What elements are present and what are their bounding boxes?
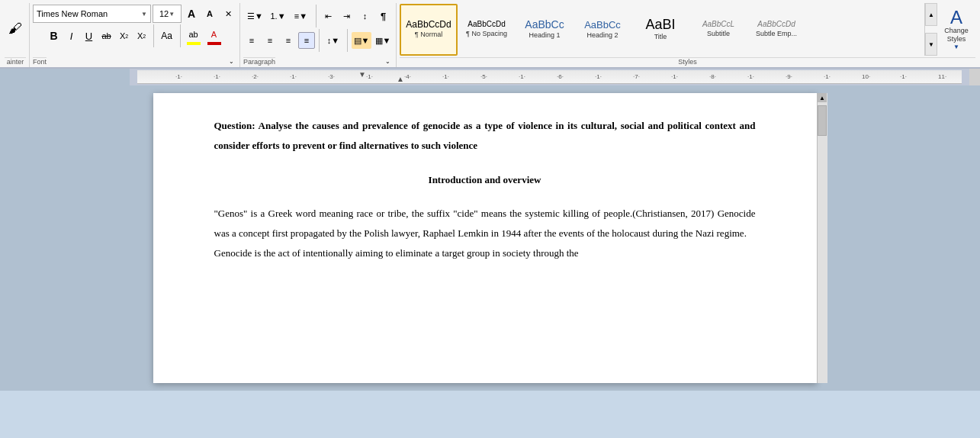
style-title-preview: AaBI [645,18,675,31]
style-heading2[interactable]: AaBbCc Heading 2 [574,4,631,56]
sep3 [316,5,316,27]
styles-group: AaBbCcDd ¶ Normal AaBbCcDd ¶ No Spacing … [397,3,978,67]
vertical-scrollbar[interactable]: ▲ [817,93,827,383]
style-subtle-emp-label: Subtle Emp... [756,30,797,38]
superscript-button[interactable]: X2 [133,27,150,44]
document-heading: Introduction and overview [214,171,756,188]
document-content: Question: Analyse the causes and prevale… [214,116,756,263]
font-grow-button[interactable]: A [183,5,200,22]
document-paragraph1: "Genos" is a Greek word meaning race or … [214,204,756,243]
svg-text:·4·: ·4· [404,73,411,80]
style-title[interactable]: AaBI Title [631,4,689,56]
styles-group-label: Styles [400,57,975,67]
font-name-selector[interactable]: Times New Roman ▼ [33,5,151,23]
sep4 [319,29,320,52]
underline-button[interactable]: U [81,27,98,44]
svg-text:·1·: ·1· [519,73,525,80]
scroll-thumb[interactable] [818,105,827,136]
svg-text:10·: 10· [862,73,870,80]
svg-text:·1·: ·1· [442,73,449,80]
svg-text:·9·: ·9· [786,73,792,80]
svg-text:·6·: ·6· [557,73,564,80]
font-shrink-button[interactable]: A [201,5,218,22]
svg-text:·1·: ·1· [175,73,182,80]
font-color-button[interactable]: A [204,27,224,41]
increase-indent-button[interactable]: ⇥ [339,8,355,24]
document-page[interactable]: Question: Analyse the causes and prevale… [153,93,817,383]
style-subtle-emp-preview: AaBbCcDd [757,21,795,28]
multilevel-list-button[interactable]: ≡▼ [291,8,312,24]
align-center-button[interactable]: ≡ [262,32,278,49]
svg-text:·1·: ·1· [900,73,907,80]
styles-scroll-up-button[interactable]: ▲ [925,3,937,26]
font-group-label: Font [33,57,47,67]
line-spacing-button[interactable]: ↕▼ [323,32,343,49]
style-subtitle-label: Subtitle [707,30,730,38]
style-normal-label: ¶ Normal [415,31,442,39]
font-expand-button[interactable]: ⌄ [226,56,236,67]
style-normal-preview: AaBbCcDd [406,20,451,29]
bold-button[interactable]: B [46,27,63,44]
highlight-color-bar [187,42,201,45]
style-normal[interactable]: AaBbCcDd ¶ Normal [400,4,458,56]
change-styles-arrow: ▼ [953,43,959,50]
style-heading1-label: Heading 1 [529,31,560,40]
document-container: Question: Analyse the causes and prevale… [0,85,980,391]
ribbon-main: 🖌 ainter Times New Roman ▼ 12 ▼ A [0,0,980,69]
align-right-button[interactable]: ≡ [280,32,297,49]
style-heading2-label: Heading 2 [586,31,618,40]
paragraph-group: ☰▼ 1.▼ ≡▼ ⇤ ⇥ ↕ ¶ ≡ ≡ ≡ ≡ ↕▼ [240,3,397,67]
svg-text:·1·: ·1· [290,73,297,80]
styles-scroll-down-button[interactable]: ▼ [925,33,937,56]
styles-list: AaBbCcDd ¶ Normal AaBbCcDd ¶ No Spacing … [400,3,924,56]
svg-text:·1·: ·1· [747,73,754,80]
document-question: Question: Analyse the causes and prevale… [214,116,756,156]
clipboard-group: 🖌 ainter [2,3,30,67]
paragraph-expand-button[interactable]: ⌄ [382,56,393,67]
align-left-button[interactable]: ≡ [243,32,260,49]
separator2 [180,24,181,47]
justify-button[interactable]: ≡ [298,32,315,49]
svg-text:·7·: ·7· [633,73,640,80]
svg-text:·1·: ·1· [595,73,602,80]
style-heading1[interactable]: AaBbCc Heading 1 [516,4,574,56]
svg-text:·8·: ·8· [709,73,716,80]
strikethrough-button[interactable]: ab [98,27,115,44]
highlight-color-button[interactable]: ab [184,27,204,41]
borders-button[interactable]: ▦▼ [373,32,393,49]
shading-button[interactable]: ▤▼ [352,32,371,49]
bullets-button[interactable]: ☰▼ [245,8,266,24]
ruler-area: ·1· ·1· ·2· ·1· ·3· ·1· ·4· ·1· ·5· ·1· … [0,69,980,85]
svg-text:·5·: ·5· [480,73,487,80]
document-paragraph2: Genocide is the act of intentionally aim… [214,243,756,263]
change-styles-button[interactable]: A ChangeStyles ▼ [937,3,975,56]
style-subtitle[interactable]: AaBbCcL Subtitle [689,4,747,56]
change-styles-label: ChangeStyles [944,27,969,43]
font-size-selector[interactable]: 12 ▼ [153,5,182,23]
font-name-value: Times New Roman [37,9,108,18]
style-heading2-preview: AaBbCc [584,20,621,30]
style-subtle-emp[interactable]: AaBbCcDd Subtle Emp... [747,4,805,56]
subscript-button[interactable]: X2 [116,27,133,44]
clear-formatting-button[interactable]: ✕ [220,5,236,22]
font-size-value: 12 [159,9,169,18]
ruler: ·1· ·1· ·2· ·1· ·3· ·1· ·4· ·1· ·5· ·1· … [137,70,962,84]
change-case-button[interactable]: Aa [157,27,177,44]
ribbon: 🖌 ainter Times New Roman ▼ 12 ▼ A [0,0,980,85]
svg-text:·1·: ·1· [671,73,678,80]
numbering-button[interactable]: 1.▼ [268,8,289,24]
svg-text:·3·: ·3· [328,73,335,80]
decrease-indent-button[interactable]: ⇤ [320,8,337,24]
svg-text:·1·: ·1· [366,73,373,80]
sort-button[interactable]: ↕ [357,8,374,24]
show-formatting-button[interactable]: ¶ [375,8,392,24]
format-painter-button[interactable]: 🖌 [5,5,26,52]
clipboard-label: ainter [5,57,26,67]
style-subtitle-preview: AaBbCcL [702,21,734,28]
svg-text:11·: 11· [938,73,946,80]
sep5 [347,29,348,52]
paragraph-group-label: Paragraph [243,57,275,67]
scroll-up-button[interactable]: ▲ [818,93,827,102]
style-no-spacing[interactable]: AaBbCcDd ¶ No Spacing [458,4,516,56]
italic-button[interactable]: I [63,27,80,44]
